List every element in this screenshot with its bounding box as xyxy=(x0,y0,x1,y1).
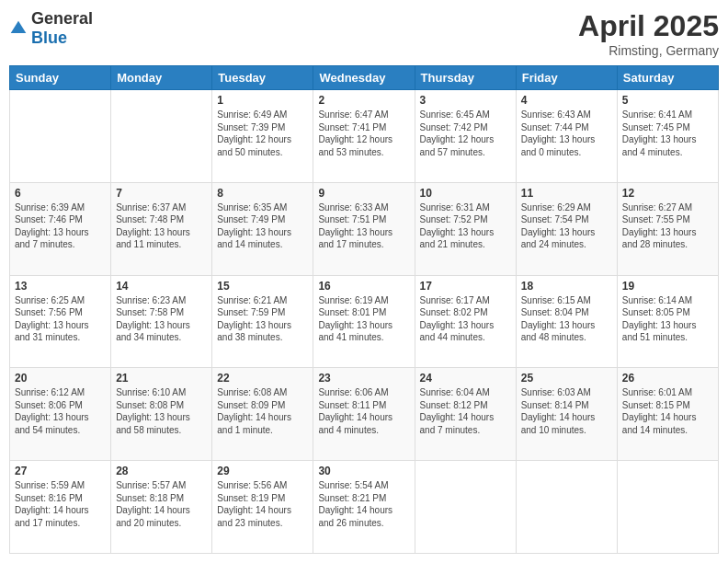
calendar-cell: 16Sunrise: 6:19 AM Sunset: 8:01 PM Dayli… xyxy=(313,275,415,368)
day-detail: Sunrise: 6:29 AM Sunset: 7:54 PM Dayligh… xyxy=(521,201,612,251)
day-number: 30 xyxy=(318,465,409,477)
calendar-cell: 5Sunrise: 6:41 AM Sunset: 7:45 PM Daylig… xyxy=(617,90,718,183)
day-detail: Sunrise: 6:37 AM Sunset: 7:48 PM Dayligh… xyxy=(116,201,207,251)
day-number: 11 xyxy=(521,187,612,200)
col-thursday: Thursday xyxy=(415,66,516,90)
day-number: 4 xyxy=(521,94,612,107)
calendar-cell: 14Sunrise: 6:23 AM Sunset: 7:58 PM Dayli… xyxy=(111,275,212,368)
col-wednesday: Wednesday xyxy=(313,66,415,90)
calendar-week-row: 6Sunrise: 6:39 AM Sunset: 7:46 PM Daylig… xyxy=(10,182,719,275)
day-detail: Sunrise: 6:10 AM Sunset: 8:08 PM Dayligh… xyxy=(116,386,207,436)
day-number: 1 xyxy=(217,94,308,107)
calendar-cell: 20Sunrise: 6:12 AM Sunset: 8:06 PM Dayli… xyxy=(10,368,111,461)
day-detail: Sunrise: 6:19 AM Sunset: 8:01 PM Dayligh… xyxy=(318,294,409,344)
day-number: 28 xyxy=(116,465,207,477)
day-number: 29 xyxy=(217,465,308,477)
calendar-cell: 8Sunrise: 6:35 AM Sunset: 7:49 PM Daylig… xyxy=(212,182,313,275)
day-detail: Sunrise: 6:39 AM Sunset: 7:46 PM Dayligh… xyxy=(15,201,106,251)
calendar-cell: 11Sunrise: 6:29 AM Sunset: 7:54 PM Dayli… xyxy=(516,182,617,275)
calendar-cell: 29Sunrise: 5:56 AM Sunset: 8:19 PM Dayli… xyxy=(212,461,313,554)
calendar-cell: 21Sunrise: 6:10 AM Sunset: 8:08 PM Dayli… xyxy=(111,368,212,461)
calendar-cell: 1Sunrise: 6:49 AM Sunset: 7:39 PM Daylig… xyxy=(212,90,313,183)
calendar-cell: 28Sunrise: 5:57 AM Sunset: 8:18 PM Dayli… xyxy=(111,461,212,554)
day-number: 12 xyxy=(622,187,713,200)
col-friday: Friday xyxy=(516,66,617,90)
day-number: 18 xyxy=(521,280,612,293)
calendar-cell xyxy=(617,461,718,554)
calendar-cell: 9Sunrise: 6:33 AM Sunset: 7:51 PM Daylig… xyxy=(313,182,415,275)
calendar-cell: 24Sunrise: 6:04 AM Sunset: 8:12 PM Dayli… xyxy=(415,368,516,461)
day-detail: Sunrise: 6:14 AM Sunset: 8:05 PM Dayligh… xyxy=(622,294,713,344)
calendar-cell: 3Sunrise: 6:45 AM Sunset: 7:42 PM Daylig… xyxy=(415,90,516,183)
col-saturday: Saturday xyxy=(617,66,718,90)
day-detail: Sunrise: 6:27 AM Sunset: 7:55 PM Dayligh… xyxy=(622,201,713,251)
day-detail: Sunrise: 6:49 AM Sunset: 7:39 PM Dayligh… xyxy=(217,109,308,158)
logo-general: General xyxy=(31,9,93,28)
day-number: 23 xyxy=(318,372,409,385)
day-number: 13 xyxy=(15,280,106,293)
day-number: 19 xyxy=(622,280,713,293)
day-detail: Sunrise: 6:33 AM Sunset: 7:51 PM Dayligh… xyxy=(318,201,409,251)
logo-blue: Blue xyxy=(31,29,67,47)
calendar-cell: 4Sunrise: 6:43 AM Sunset: 7:44 PM Daylig… xyxy=(516,90,617,183)
day-detail: Sunrise: 6:23 AM Sunset: 7:58 PM Dayligh… xyxy=(116,294,207,344)
day-number: 10 xyxy=(420,187,511,200)
day-number: 24 xyxy=(420,372,511,385)
calendar-header-row: Sunday Monday Tuesday Wednesday Thursday… xyxy=(10,66,719,90)
day-detail: Sunrise: 5:54 AM Sunset: 8:21 PM Dayligh… xyxy=(318,479,409,529)
day-number: 6 xyxy=(15,187,106,200)
day-number: 3 xyxy=(420,94,511,107)
day-detail: Sunrise: 5:56 AM Sunset: 8:19 PM Dayligh… xyxy=(217,479,308,529)
title-area: April 2025 Rimsting, Germany xyxy=(578,9,719,58)
day-detail: Sunrise: 6:31 AM Sunset: 7:52 PM Dayligh… xyxy=(420,201,511,251)
month-title: April 2025 xyxy=(578,9,719,43)
day-number: 22 xyxy=(217,372,308,385)
day-detail: Sunrise: 5:59 AM Sunset: 8:16 PM Dayligh… xyxy=(15,479,106,529)
calendar-cell: 6Sunrise: 6:39 AM Sunset: 7:46 PM Daylig… xyxy=(10,182,111,275)
calendar-cell: 2Sunrise: 6:47 AM Sunset: 7:41 PM Daylig… xyxy=(313,90,415,183)
day-number: 2 xyxy=(318,94,409,107)
day-detail: Sunrise: 6:47 AM Sunset: 7:41 PM Dayligh… xyxy=(318,109,409,158)
day-number: 8 xyxy=(217,187,308,200)
day-detail: Sunrise: 6:12 AM Sunset: 8:06 PM Dayligh… xyxy=(15,386,106,436)
day-detail: Sunrise: 6:06 AM Sunset: 8:11 PM Dayligh… xyxy=(318,386,409,436)
col-tuesday: Tuesday xyxy=(212,66,313,90)
day-detail: Sunrise: 6:45 AM Sunset: 7:42 PM Dayligh… xyxy=(420,109,511,158)
location: Rimsting, Germany xyxy=(578,43,719,58)
day-number: 14 xyxy=(116,280,207,293)
calendar-cell: 18Sunrise: 6:15 AM Sunset: 8:04 PM Dayli… xyxy=(516,275,617,368)
day-number: 25 xyxy=(521,372,612,385)
calendar-cell: 19Sunrise: 6:14 AM Sunset: 8:05 PM Dayli… xyxy=(617,275,718,368)
day-number: 27 xyxy=(15,465,106,477)
day-number: 9 xyxy=(318,187,409,200)
day-detail: Sunrise: 6:01 AM Sunset: 8:15 PM Dayligh… xyxy=(622,386,713,436)
day-detail: Sunrise: 6:25 AM Sunset: 7:56 PM Dayligh… xyxy=(15,294,106,344)
calendar-cell: 26Sunrise: 6:01 AM Sunset: 8:15 PM Dayli… xyxy=(617,368,718,461)
calendar-cell: 30Sunrise: 5:54 AM Sunset: 8:21 PM Dayli… xyxy=(313,461,415,554)
col-monday: Monday xyxy=(111,66,212,90)
day-number: 7 xyxy=(116,187,207,200)
calendar-cell xyxy=(111,90,212,183)
day-number: 17 xyxy=(420,280,511,293)
calendar-cell: 23Sunrise: 6:06 AM Sunset: 8:11 PM Dayli… xyxy=(313,368,415,461)
day-detail: Sunrise: 6:08 AM Sunset: 8:09 PM Dayligh… xyxy=(217,386,308,436)
day-number: 15 xyxy=(217,280,308,293)
col-sunday: Sunday xyxy=(10,66,111,90)
day-number: 16 xyxy=(318,280,409,293)
calendar-cell: 25Sunrise: 6:03 AM Sunset: 8:14 PM Dayli… xyxy=(516,368,617,461)
calendar-cell: 22Sunrise: 6:08 AM Sunset: 8:09 PM Dayli… xyxy=(212,368,313,461)
day-number: 5 xyxy=(622,94,713,107)
calendar-cell: 17Sunrise: 6:17 AM Sunset: 8:02 PM Dayli… xyxy=(415,275,516,368)
calendar-cell: 27Sunrise: 5:59 AM Sunset: 8:16 PM Dayli… xyxy=(10,461,111,554)
calendar-table: Sunday Monday Tuesday Wednesday Thursday… xyxy=(9,65,719,554)
calendar-week-row: 20Sunrise: 6:12 AM Sunset: 8:06 PM Dayli… xyxy=(10,368,719,461)
day-detail: Sunrise: 6:04 AM Sunset: 8:12 PM Dayligh… xyxy=(420,386,511,436)
calendar-cell xyxy=(10,90,111,183)
calendar-cell xyxy=(415,461,516,554)
calendar-week-row: 1Sunrise: 6:49 AM Sunset: 7:39 PM Daylig… xyxy=(10,90,719,183)
calendar-cell: 12Sunrise: 6:27 AM Sunset: 7:55 PM Dayli… xyxy=(617,182,718,275)
calendar-week-row: 27Sunrise: 5:59 AM Sunset: 8:16 PM Dayli… xyxy=(10,461,719,554)
calendar-cell xyxy=(516,461,617,554)
calendar-cell: 10Sunrise: 6:31 AM Sunset: 7:52 PM Dayli… xyxy=(415,182,516,275)
day-detail: Sunrise: 6:43 AM Sunset: 7:44 PM Dayligh… xyxy=(521,109,612,158)
